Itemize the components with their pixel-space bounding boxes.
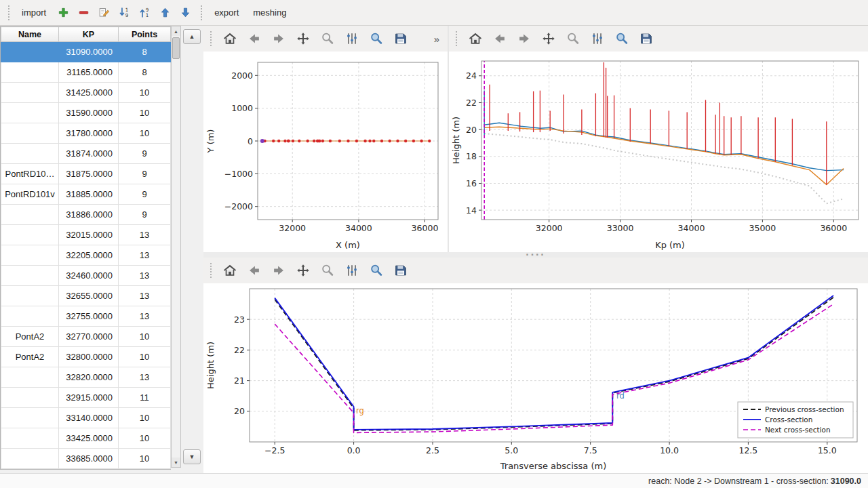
horizontal-splitter[interactable]: ···· <box>203 252 868 258</box>
table-row[interactable]: 31090.00008 <box>1 42 171 62</box>
cell-kp[interactable]: 31885.0000 <box>59 184 119 205</box>
cell-points[interactable]: 8 <box>119 42 171 62</box>
cell-kp[interactable]: 31886.0000 <box>59 205 119 225</box>
cell-name[interactable]: PontA2 <box>1 327 59 347</box>
customize-button[interactable] <box>366 28 387 49</box>
cell-name[interactable]: PontRD10… <box>1 164 59 184</box>
table-row[interactable]: 32820.000013 <box>1 367 171 388</box>
cell-kp[interactable]: 31875.0000 <box>59 164 119 184</box>
table-row[interactable]: 31886.00009 <box>1 205 171 225</box>
move-row-down-button[interactable]: ▼ <box>183 449 201 464</box>
zoom-button[interactable] <box>562 28 583 49</box>
subplots-button[interactable] <box>341 260 362 281</box>
cell-name[interactable] <box>1 286 59 306</box>
cell-points[interactable]: 13 <box>119 286 171 306</box>
cell-points[interactable]: 10 <box>119 347 171 367</box>
cell-points[interactable]: 13 <box>119 266 171 286</box>
cell-points[interactable]: 9 <box>119 184 171 205</box>
customize-button[interactable] <box>366 260 387 281</box>
cell-name[interactable] <box>1 144 59 164</box>
back-button[interactable] <box>243 28 264 49</box>
table-row[interactable]: 33685.000010 <box>1 449 171 469</box>
column-header-kp[interactable]: KP <box>59 27 119 42</box>
table-row[interactable]: 32015.000013 <box>1 225 171 245</box>
table-row[interactable]: 31425.000010 <box>1 83 171 103</box>
cell-points[interactable]: 9 <box>119 164 171 184</box>
back-button[interactable] <box>489 28 510 49</box>
zoom-button[interactable] <box>317 28 338 49</box>
back-button[interactable] <box>243 260 264 281</box>
cell-points[interactable]: 10 <box>119 428 171 449</box>
table-row[interactable]: 33425.000010 <box>1 428 171 449</box>
home-button[interactable] <box>465 28 486 49</box>
cell-kp[interactable]: 32205.0000 <box>59 245 119 266</box>
cell-kp[interactable]: 31874.0000 <box>59 144 119 164</box>
cell-points[interactable]: 10 <box>119 449 171 469</box>
table-row[interactable]: PontA232770.000010 <box>1 327 171 347</box>
cell-name[interactable] <box>1 83 59 103</box>
table-row[interactable]: PontRD101v31885.00009 <box>1 184 171 205</box>
cell-kp[interactable]: 32460.0000 <box>59 266 119 286</box>
cell-points[interactable]: 13 <box>119 306 171 327</box>
cell-points[interactable]: 13 <box>119 245 171 266</box>
cell-name[interactable] <box>1 449 59 469</box>
table-row[interactable]: PontA232800.000010 <box>1 347 171 367</box>
longitudinal-profile-chart[interactable]: 3200033000340003500036000141618202224Kp … <box>449 52 868 252</box>
cell-name[interactable] <box>1 408 59 428</box>
cell-points[interactable]: 10 <box>119 327 171 347</box>
cell-name[interactable] <box>1 42 59 62</box>
cell-points[interactable]: 10 <box>119 123 171 144</box>
forward-button[interactable] <box>513 28 534 49</box>
table-row[interactable]: 32655.000013 <box>1 286 171 306</box>
cell-kp[interactable]: 32770.0000 <box>59 327 119 347</box>
cell-name[interactable] <box>1 367 59 388</box>
cell-kp[interactable]: 31780.0000 <box>59 123 119 144</box>
sort-ascending-button[interactable]: 19 <box>115 3 134 22</box>
add-button[interactable] <box>54 3 73 22</box>
subplots-button[interactable] <box>587 28 608 49</box>
cell-points[interactable]: 13 <box>119 367 171 388</box>
column-header-name[interactable]: Name <box>1 27 59 42</box>
table-row[interactable]: 32460.000013 <box>1 266 171 286</box>
cell-name[interactable] <box>1 306 59 327</box>
cell-name[interactable] <box>1 245 59 266</box>
cell-name[interactable] <box>1 266 59 286</box>
cell-kp[interactable]: 32015.0000 <box>59 225 119 245</box>
cell-kp[interactable]: 32820.0000 <box>59 367 119 388</box>
zoom-button[interactable] <box>317 260 338 281</box>
edit-button[interactable] <box>95 3 113 22</box>
pan-button[interactable] <box>292 28 313 49</box>
table-row[interactable]: 33140.000010 <box>1 408 171 428</box>
customize-button[interactable] <box>611 28 632 49</box>
home-button[interactable] <box>219 28 240 49</box>
table-row[interactable]: 31780.000010 <box>1 123 171 144</box>
remove-button[interactable] <box>75 3 93 22</box>
scroll-up-button[interactable]: ▲ <box>172 26 180 36</box>
cell-name[interactable] <box>1 62 59 83</box>
cell-name[interactable]: PontA2 <box>1 347 59 367</box>
cell-kp[interactable]: 33425.0000 <box>59 428 119 449</box>
toolbar-overflow[interactable]: » <box>434 33 439 45</box>
table-row[interactable]: 32755.000013 <box>1 306 171 327</box>
cell-points[interactable]: 13 <box>119 225 171 245</box>
pan-button[interactable] <box>292 260 313 281</box>
cell-points[interactable]: 10 <box>119 103 171 123</box>
table-row[interactable]: 31165.00008 <box>1 62 171 83</box>
meshing-button[interactable]: meshing <box>247 4 292 21</box>
forward-button[interactable] <box>268 28 289 49</box>
cell-points[interactable]: 9 <box>119 205 171 225</box>
table-row[interactable]: 31590.000010 <box>1 103 171 123</box>
save-button[interactable] <box>635 28 656 49</box>
plan-view-chart[interactable]: 320003400036000−2000−1000010002000X (m)Y… <box>203 52 448 252</box>
cell-points[interactable]: 10 <box>119 408 171 428</box>
save-button[interactable] <box>390 28 411 49</box>
move-up-button[interactable] <box>156 3 174 22</box>
export-button[interactable]: export <box>208 4 245 21</box>
scroll-thumb[interactable] <box>172 37 180 59</box>
cell-kp[interactable]: 31425.0000 <box>59 83 119 103</box>
move-down-button[interactable] <box>176 3 195 22</box>
table-row[interactable]: PontRD10…31875.00009 <box>1 164 171 184</box>
column-header-points[interactable]: Points <box>119 27 171 42</box>
home-button[interactable] <box>219 260 240 281</box>
move-row-up-button[interactable]: ▲ <box>183 29 201 44</box>
